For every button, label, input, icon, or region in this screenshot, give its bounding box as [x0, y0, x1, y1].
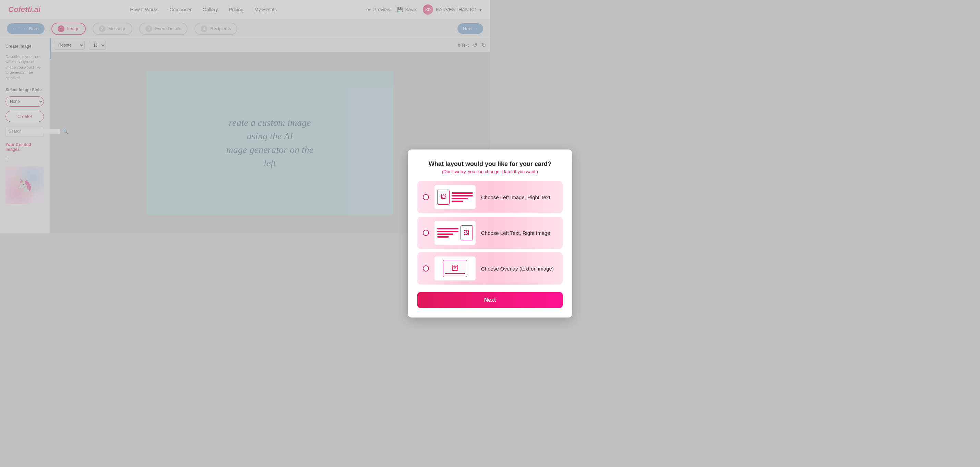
modal-title: What layout would you like for your card…	[417, 160, 490, 168]
layout-preview-left-image-right-text: 🖼	[434, 185, 476, 209]
preview-text-lines-2	[437, 228, 458, 234]
preview-image-placeholder-2: 🖼	[460, 225, 473, 234]
text-line-b	[437, 231, 458, 232]
modal-subtitle: (Don't worry, you can change it later if…	[417, 169, 490, 174]
radio-left-text-right-image[interactable]	[423, 230, 429, 234]
preview-text-lines	[452, 192, 473, 202]
layout-option-left-text-right-image[interactable]: 🖼 Choose Left Text, Right Image	[417, 217, 490, 234]
modal-overlay: What layout would you like for your card…	[0, 0, 490, 234]
text-line-4	[452, 200, 463, 202]
layout-preview-left-text-right-image: 🖼	[434, 221, 476, 234]
layout-option-label-1: Choose Left Image, Right Text	[481, 194, 490, 200]
image-icon-2: 🖼	[464, 230, 469, 234]
radio-left-image-right-text[interactable]	[423, 194, 429, 200]
text-line-a	[437, 228, 458, 229]
text-line-3	[452, 198, 468, 199]
layout-option-left-image-right-text[interactable]: 🖼 Choose Left Image, Right Text	[417, 181, 490, 213]
text-line-2	[452, 195, 473, 197]
image-icon: 🖼	[441, 194, 446, 200]
preview-image-placeholder: 🖼	[437, 190, 450, 205]
text-line-1	[452, 192, 473, 194]
layout-option-label-2: Choose Left Text, Right Image	[481, 230, 490, 234]
layout-modal: What layout would you like for your card…	[408, 149, 490, 234]
